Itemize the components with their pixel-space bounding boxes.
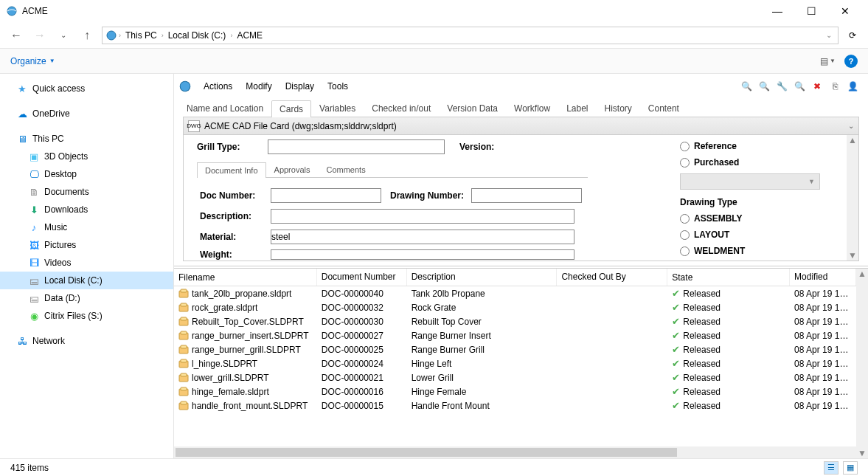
minimize-button[interactable]: — — [760, 0, 794, 22]
toolbar-open-search-icon[interactable]: ⎘ — [828, 80, 841, 93]
menu-display[interactable]: Display — [280, 80, 320, 93]
details-view-button[interactable]: ☰ — [824, 461, 839, 475]
menu-tools[interactable]: Tools — [322, 80, 354, 93]
tree-local-disk-c[interactable]: 🖴Local Disk (C:) — [0, 272, 173, 289]
solidworks-part-icon — [178, 331, 189, 341]
tab-version-data[interactable]: Version Data — [439, 100, 506, 117]
toolbar-delete-icon[interactable]: ✖ — [810, 80, 824, 93]
toolbar-cancel-search-icon[interactable]: 🔍 — [793, 80, 806, 93]
column-state[interactable]: State — [667, 269, 790, 286]
card-type-icon: DWG — [188, 120, 200, 132]
recent-dropdown[interactable]: ⌄ — [55, 27, 72, 44]
purchased-select[interactable]: ▼ — [680, 173, 820, 190]
material-input[interactable] — [271, 230, 574, 244]
tree-network[interactable]: 🖧Network — [0, 332, 173, 350]
reference-radio[interactable] — [680, 142, 690, 151]
file-row[interactable]: range_burner_insert.SLDPRTDOC-00000027Ra… — [174, 328, 856, 342]
up-button[interactable]: ↑ — [78, 27, 96, 44]
tree-citrix-s[interactable]: ◉Citrix Files (S:) — [0, 307, 173, 325]
back-button[interactable]: ← — [7, 27, 25, 44]
tree-videos[interactable]: 🎞Videos — [0, 254, 173, 272]
menu-modify[interactable]: Modify — [240, 80, 277, 93]
tree-onedrive[interactable]: ☁OneDrive — [0, 105, 173, 123]
tab-workflow[interactable]: Workflow — [506, 100, 558, 117]
reference-label: Reference — [694, 141, 737, 151]
file-row[interactable]: l_hinge.SLDPRTDOC-00000024Hinge Left✔Rel… — [174, 356, 856, 370]
tab-variables[interactable]: Variables — [311, 100, 364, 117]
organize-menu[interactable]: Organize▼ — [10, 56, 55, 66]
solidworks-part-icon — [178, 359, 189, 369]
view-options-button[interactable]: ▤▼ — [820, 56, 836, 66]
tree-3d-objects[interactable]: ▣3D Objects — [0, 148, 173, 165]
card-scrollbar[interactable]: ▲▼ — [847, 135, 858, 261]
tab-history[interactable]: History — [597, 100, 640, 117]
toolbar-user-icon[interactable]: 👤 — [846, 80, 859, 93]
help-icon[interactable]: ? — [844, 55, 858, 68]
layout-label: LAYOUT — [694, 230, 729, 240]
column-docnum[interactable]: Document Number — [317, 269, 407, 286]
tree-desktop[interactable]: 🖵Desktop — [0, 165, 173, 183]
subtab-document-info[interactable]: Document Info — [197, 162, 266, 178]
tab-name-location[interactable]: Name and Location — [178, 100, 271, 117]
subtab-approvals[interactable]: Approvals — [266, 162, 319, 177]
tree-this-pc[interactable]: 🖥This PC — [0, 130, 173, 148]
card-header[interactable]: DWG ACME CAD File Card (dwg;sldasm;slddr… — [184, 117, 858, 135]
file-row[interactable]: lower_grill.SLDPRTDOC-00000021Lower Gril… — [174, 370, 856, 384]
breadcrumb-root[interactable]: This PC — [122, 30, 160, 41]
navbar: ← → ⌄ ↑ › This PC › Local Disk (C:) › AC… — [0, 22, 868, 49]
drawing-number-input[interactable] — [471, 188, 582, 203]
pictures-icon: 🖼 — [28, 239, 40, 251]
breadcrumb[interactable]: › This PC › Local Disk (C:) › ACME ⌄ — [102, 27, 839, 44]
grill-type-input[interactable] — [268, 139, 445, 154]
toolbar-search-icon[interactable]: 🔍 — [740, 80, 753, 93]
file-row[interactable]: handle_front_mount.SLDPRTDOC-00000015Han… — [174, 399, 856, 413]
doc-number-input[interactable] — [271, 188, 381, 203]
purchased-radio[interactable] — [680, 158, 690, 168]
file-row[interactable]: range_burner_grill.SLDPRTDOC-00000025Ran… — [174, 342, 856, 356]
tab-checked-in-out[interactable]: Checked in/out — [364, 100, 439, 117]
horizontal-scrollbar[interactable] — [174, 446, 856, 458]
column-filename[interactable]: Filename — [174, 269, 317, 286]
svg-point-1 — [107, 31, 116, 40]
solidworks-part-icon — [178, 345, 189, 355]
close-button[interactable]: ✕ — [828, 0, 862, 22]
chevron-down-icon[interactable]: ⌄ — [848, 122, 854, 130]
forward-button[interactable]: → — [31, 27, 49, 44]
weight-input[interactable] — [271, 249, 574, 260]
file-row[interactable]: rock_grate.sldprtDOC-00000032Rock Grate✔… — [174, 300, 856, 314]
column-description[interactable]: Description — [407, 269, 558, 286]
vertical-scrollbar[interactable]: ▲▼ — [856, 269, 868, 458]
description-input[interactable] — [271, 209, 574, 224]
sidebar-tree: ★Quick access ☁OneDrive 🖥This PC ▣3D Obj… — [0, 74, 174, 458]
file-list-body: tank_20lb_propane.sldprtDOC-00000040Tank… — [174, 286, 856, 446]
tab-content[interactable]: Content — [640, 100, 687, 117]
column-modified[interactable]: Modified — [790, 269, 856, 286]
file-row[interactable]: Rebuilt_Top_Cover.SLDPRTDOC-00000030Rebu… — [174, 314, 856, 328]
svg-rect-20 — [181, 401, 187, 404]
toolbar-search-favorites-icon[interactable]: 🔍 — [757, 80, 771, 93]
menu-actions[interactable]: Actions — [198, 80, 238, 93]
refresh-button[interactable]: ⟳ — [844, 27, 861, 44]
file-row[interactable]: tank_20lb_propane.sldprtDOC-00000040Tank… — [174, 286, 856, 300]
tree-downloads[interactable]: ⬇Downloads — [0, 201, 173, 218]
column-checked-out[interactable]: Checked Out By — [557, 269, 667, 286]
tab-cards[interactable]: Cards — [271, 100, 311, 117]
assembly-radio[interactable] — [680, 214, 690, 224]
file-row[interactable]: hinge_female.sldprtDOC-00000016Hinge Fem… — [174, 384, 856, 399]
tab-label[interactable]: Label — [558, 100, 596, 117]
toolbar-tool-icon[interactable]: 🔧 — [775, 80, 788, 93]
layout-radio[interactable] — [680, 230, 690, 240]
chevron-down-icon[interactable]: ⌄ — [826, 31, 835, 39]
tree-pictures[interactable]: 🖼Pictures — [0, 236, 173, 254]
icons-view-button[interactable]: ▦ — [843, 461, 858, 475]
subtab-comments[interactable]: Comments — [318, 162, 373, 177]
breadcrumb-drive[interactable]: Local Disk (C:) — [165, 30, 229, 41]
weldment-radio[interactable] — [680, 246, 690, 256]
tree-music[interactable]: ♪Music — [0, 218, 173, 236]
svg-rect-14 — [181, 359, 187, 362]
tree-documents[interactable]: 🗎Documents — [0, 183, 173, 201]
tree-quick-access[interactable]: ★Quick access — [0, 80, 173, 97]
breadcrumb-folder[interactable]: ACME — [234, 30, 265, 41]
maximize-button[interactable]: ☐ — [794, 0, 828, 22]
tree-data-d[interactable]: 🖴Data (D:) — [0, 289, 173, 307]
